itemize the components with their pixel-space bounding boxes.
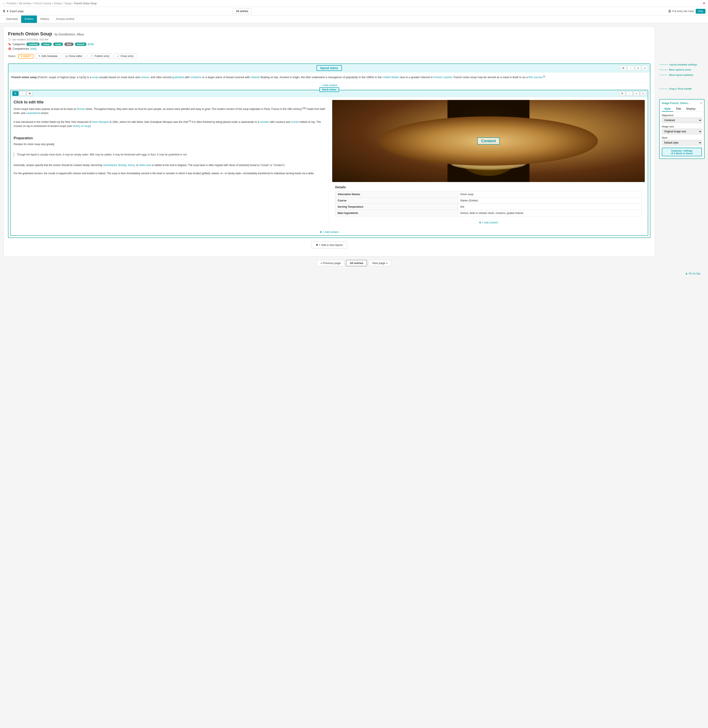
col-para-1: Onion soups have been popular at least a… xyxy=(14,107,326,115)
gratin-link[interactable]: gratinéed xyxy=(172,76,184,79)
layout-move-down-button[interactable]: ∨ xyxy=(642,65,648,71)
tag-cooking[interactable]: cooking xyxy=(26,42,40,46)
white-wine-link[interactable]: white wine xyxy=(139,164,151,167)
nav-forward-arrow[interactable]: › xyxy=(5,2,6,5)
block-up[interactable]: ∧ xyxy=(634,91,639,96)
tab-entries[interactable]: Entries xyxy=(21,16,37,23)
export-icon[interactable]: ⬇ xyxy=(3,9,6,13)
layout-settings-button[interactable]: ⚙ xyxy=(620,65,627,71)
inspector-tabs: Style Title Display xyxy=(662,106,702,112)
nav-back-arrow[interactable]: ‹ xyxy=(3,2,3,5)
tag-onion[interactable]: onion xyxy=(41,42,52,46)
henri-link[interactable]: Henri Mouquin xyxy=(92,121,109,124)
block-down[interactable]: ∨ xyxy=(640,91,646,96)
ramekin-link[interactable]: ramekin xyxy=(260,121,269,124)
croutons-link[interactable]: croutons xyxy=(190,76,201,79)
export-dropdown-arrow[interactable]: ▼ xyxy=(6,10,9,13)
breadcrumb: Portfolio / My binders / French Cuisine … xyxy=(7,2,97,5)
first-course-link[interactable]: first course xyxy=(528,76,542,79)
sherry-link[interactable]: sherry xyxy=(128,164,135,167)
history-link[interactable]: history of soup xyxy=(73,125,90,128)
tag-dish[interactable]: dish xyxy=(64,42,74,46)
inspector-close-icon[interactable]: × xyxy=(701,102,702,105)
caramelized-link-2[interactable]: caramelized xyxy=(103,164,117,167)
breadcrumb-current: French Onion Soup xyxy=(74,2,97,5)
tag-soup[interactable]: soup xyxy=(53,42,63,46)
publish-icon: 📄 xyxy=(90,55,93,58)
blockquote: Though the liquid is usually meat stock,… xyxy=(14,153,326,157)
close-window-icon[interactable]: ✕ xyxy=(702,1,705,6)
comte-link[interactable]: Comté xyxy=(291,121,299,124)
all-entries-button[interactable]: All entries xyxy=(233,8,251,14)
annotation-move-layout: Move layout up/down xyxy=(659,74,705,76)
inspector-tab-style[interactable]: Style xyxy=(662,106,673,112)
add-content-left[interactable]: ✚ + Add content xyxy=(10,229,648,235)
publish-entry-button[interactable]: 📄 Publish entry xyxy=(87,53,112,59)
entry-author: by Dumbledore, Albus xyxy=(55,33,84,36)
cheese-link[interactable]: cheese xyxy=(251,76,260,79)
french-cuisine-link[interactable]: French cuisine xyxy=(434,76,452,79)
tab-history[interactable]: History xyxy=(37,16,52,23)
status-badge: ✎ DRAFT xyxy=(18,54,33,58)
layout-move-up-button[interactable]: ∧ xyxy=(635,65,641,71)
edit-metadata-button[interactable]: ✎ Edit metadata xyxy=(36,53,61,59)
add-competency-link[interactable]: [Add] xyxy=(30,47,36,50)
add-layout-label: + Add a new layout xyxy=(319,243,342,247)
layout-more-options-button[interactable]: ⋮ xyxy=(628,65,634,71)
soup-image-wrapper[interactable]: Content xyxy=(332,100,645,182)
tab-overview[interactable]: Overview xyxy=(3,16,21,23)
block-more-button[interactable]: ⋮ xyxy=(19,91,26,96)
soup-link[interactable]: soup xyxy=(92,76,98,79)
trash-icon[interactable]: 🗑 xyxy=(668,9,672,13)
click-to-edit-title[interactable]: Click to edit title xyxy=(14,100,326,105)
style-select[interactable]: Default styleRoundedShadow xyxy=(662,140,702,145)
us-link[interactable]: United States xyxy=(383,76,399,79)
tab-access-control[interactable]: Access control xyxy=(52,16,78,23)
block-settings-button[interactable]: ⚙ xyxy=(12,91,19,96)
caramelized-link-1[interactable]: caramelized xyxy=(26,112,40,115)
alignment-select[interactable]: CenteredLeftRight xyxy=(662,118,702,123)
breadcrumb-entries[interactable]: Entries xyxy=(54,2,62,5)
breadcrumb-soups[interactable]: Soups xyxy=(64,2,72,5)
content-label: Content xyxy=(477,138,500,145)
block-move-button[interactable]: ✚ xyxy=(27,91,33,96)
ann-line-3 xyxy=(659,75,668,75)
block-more-right[interactable]: ⋮ xyxy=(626,91,633,96)
competencies-icon: 🎯 xyxy=(8,47,11,50)
last-modified-text: last modified 10/13/2022, 9:02 AM xyxy=(12,38,48,41)
alignment-label: Alignment xyxy=(662,114,702,116)
inspector-tab-title[interactable]: Title xyxy=(673,106,683,112)
table-row: Serving Temperature Hot xyxy=(335,204,642,210)
all-entries-pagination-button[interactable]: All entries xyxy=(346,260,367,266)
export-group: ⬇ ▼ Export page xyxy=(3,9,24,13)
alt-names-value: Onion soup xyxy=(458,191,641,198)
breadcrumb-portfolio[interactable]: Portfolio xyxy=(7,2,16,5)
onions-link[interactable]: onions xyxy=(141,76,149,79)
add-new-layout-button[interactable]: ✚ + Add a new layout xyxy=(311,241,347,248)
block-menu-label: block menu xyxy=(319,87,339,92)
inspector-tab-display[interactable]: Display xyxy=(683,106,698,112)
right-annotations: Layout template settings More options me… xyxy=(659,26,705,159)
roman-link[interactable]: Roman xyxy=(77,108,86,110)
close-editor-button[interactable]: ◎ Close editor xyxy=(62,53,85,59)
details-table: Alternative Names Onion soup Course Star… xyxy=(335,191,642,217)
trash-group: 🗑 Put entry into trash xyxy=(668,9,694,13)
next-page-button[interactable]: Next page » xyxy=(369,260,391,266)
go-to-top[interactable]: ▲ Go to top xyxy=(3,270,705,277)
brandy-link[interactable]: Brandy xyxy=(118,164,126,167)
block-gear-right[interactable]: ⚙ xyxy=(619,91,625,96)
table-row: Alternative Names Onion soup xyxy=(335,191,642,198)
image-size-select[interactable]: Original image sizeSmallMediumLarge xyxy=(662,129,702,134)
prep-intro: Recipes for onion soup vary greatly: xyxy=(14,142,326,146)
help-button[interactable]: Help xyxy=(696,9,705,14)
alt-names-label: Alternative Names xyxy=(335,191,458,198)
breadcrumb-frenchcuisine[interactable]: French Cuisine xyxy=(34,2,51,5)
close-entry-button[interactable]: ✓ Close entry xyxy=(115,53,136,59)
inspector-panel: Image French_Onion... × Style Title Disp… xyxy=(659,99,705,159)
breadcrumb-mybinders[interactable]: My binders xyxy=(19,2,32,5)
previous-page-button[interactable]: « Previous page xyxy=(317,260,344,266)
inspector-title: Image French_Onion... xyxy=(662,102,690,105)
edit-categories-link[interactable]: [Edit] xyxy=(88,43,94,46)
add-content-right[interactable]: ✚ + Add content xyxy=(477,219,499,226)
tag-french[interactable]: french xyxy=(75,42,87,46)
